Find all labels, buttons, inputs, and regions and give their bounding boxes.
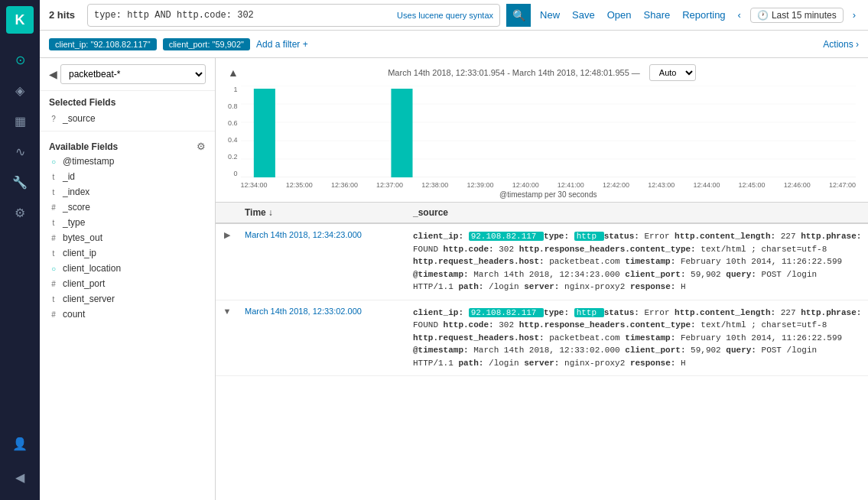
field-name-client-server: client_server — [63, 294, 115, 304]
field-type-location: ○ — [49, 265, 58, 273]
search-bar: Uses lucene query syntax — [87, 4, 500, 27]
x-label-6: 12:40:00 — [512, 181, 539, 189]
chart-bar-2 — [391, 89, 412, 177]
field-id[interactable]: t _id — [40, 169, 215, 184]
row-expand-button-1[interactable]: ▶ — [216, 224, 239, 246]
row-time-2[interactable]: March 14th 2018, 12:33:02.000 — [239, 300, 407, 322]
filter-bar: client_ip: "92.108.82.117" client_port: … — [40, 31, 868, 58]
x-label-0: 12:34:00 — [241, 181, 268, 189]
field-name-bytes: bytes_out — [63, 232, 102, 243]
x-label-9: 12:43:00 — [648, 181, 675, 189]
col-time-header[interactable]: Time ↓ — [239, 203, 407, 222]
row-source-2: client_ip: 92.108.82.117 type: http stat… — [407, 300, 868, 376]
y-label-1: 1 — [234, 86, 238, 93]
field-name-count: count — [63, 309, 85, 320]
x-label-3: 12:37:00 — [376, 181, 403, 189]
field-name-id: _id — [63, 171, 75, 182]
body-area: ◀ packetbeat-* Selected Fields ? _source… — [40, 58, 868, 500]
dashboard-nav-icon[interactable]: ▦ — [6, 107, 34, 135]
chart-interval-select[interactable]: Auto — [649, 64, 696, 81]
save-button[interactable]: Save — [569, 8, 598, 22]
field-type-client-ip: t — [49, 249, 58, 258]
y-label-06: 0.6 — [228, 119, 238, 127]
x-label-11: 12:45:00 — [739, 181, 766, 189]
row-time-1[interactable]: March 14th 2018, 12:34:23.000 — [239, 224, 407, 245]
selected-fields-title: Selected Fields — [40, 91, 215, 111]
prev-time-button[interactable]: ‹ — [735, 8, 744, 22]
field-type-source: ? — [49, 115, 58, 123]
add-filter-button[interactable]: Add a filter + — [256, 39, 308, 50]
time-label: Last 15 minutes — [772, 10, 837, 21]
user-icon[interactable]: 👤 — [6, 430, 34, 457]
sort-icon: ↓ — [268, 207, 273, 218]
chart-y-axis: 1 0.8 0.6 0.4 0.2 0 — [228, 86, 241, 177]
top-actions: New Save Open Share Reporting ‹ 🕐 Last 1… — [537, 8, 859, 23]
field-name-timestamp: @timestamp — [63, 156, 115, 167]
new-button[interactable]: New — [537, 8, 563, 22]
y-label-08: 0.8 — [228, 102, 238, 110]
field-client-port[interactable]: # client_port — [40, 276, 215, 291]
selected-field-source[interactable]: ? _source — [40, 111, 215, 126]
tools-nav-icon[interactable]: 🔧 — [6, 168, 34, 196]
y-label-02: 0.2 — [228, 153, 238, 161]
settings-nav-icon[interactable]: ⚙ — [6, 199, 34, 226]
field-count[interactable]: # count — [40, 307, 215, 322]
time-picker[interactable]: 🕐 Last 15 minutes — [750, 8, 844, 23]
table-header: Time ↓ _source — [216, 203, 868, 224]
x-label-2: 12:36:00 — [331, 181, 358, 189]
table-row: ▼ March 14th 2018, 12:33:02.000 client_i… — [216, 300, 868, 377]
sidebar-collapse-button[interactable]: ◀ — [49, 68, 57, 80]
index-select[interactable]: packetbeat-* — [60, 64, 206, 84]
top-bar: 2 hits Uses lucene query syntax 🔍 New Sa… — [40, 0, 868, 31]
hits-count: 2 hits — [49, 9, 75, 21]
field-timestamp[interactable]: ○ @timestamp — [40, 154, 215, 169]
visualize-nav-icon[interactable]: ◈ — [6, 76, 34, 104]
filter-tag-client-port[interactable]: client_port: "59,902" — [163, 38, 250, 50]
table-area: Time ↓ _source ▶ March 14th 2018, 12:34:… — [216, 203, 868, 500]
field-client-ip[interactable]: t client_ip — [40, 245, 215, 261]
open-button[interactable]: Open — [604, 8, 635, 22]
row-expand-button-2[interactable]: ▼ — [216, 300, 239, 322]
app-logo[interactable]: K — [6, 6, 34, 34]
lucene-hint[interactable]: Uses lucene query syntax — [391, 11, 499, 20]
actions-button[interactable]: Actions › — [823, 39, 859, 50]
field-name-source: _source — [63, 113, 96, 124]
field-name-index: _index — [63, 187, 89, 197]
field-client-server[interactable]: t client_server — [40, 291, 215, 307]
field-score[interactable]: # _score — [40, 200, 215, 215]
chart-collapse-button[interactable]: ▲ — [228, 67, 239, 79]
filter-tag-client-ip[interactable]: client_ip: "92.108.82.117" — [49, 38, 157, 50]
fields-settings-icon[interactable]: ⚙ — [197, 141, 206, 152]
next-time-button[interactable]: › — [850, 8, 859, 22]
field-name-location: client_location — [63, 263, 121, 274]
search-button[interactable]: 🔍 — [506, 4, 531, 27]
field-type-id: t — [49, 173, 58, 181]
chart-header: ▲ March 14th 2018, 12:33:01.954 - March … — [228, 64, 856, 81]
collapse-nav-icon[interactable]: ◀ — [6, 463, 34, 491]
field-type[interactable]: t _type — [40, 215, 215, 230]
field-type-type: t — [49, 219, 58, 227]
chart-svg — [241, 86, 856, 177]
x-label-12: 12:46:00 — [784, 181, 811, 189]
x-label-10: 12:44:00 — [693, 181, 720, 189]
discover-nav-icon[interactable]: ⊙ — [6, 46, 34, 73]
timelion-nav-icon[interactable]: ∿ — [6, 138, 34, 165]
search-input[interactable] — [88, 10, 391, 21]
reporting-button[interactable]: Reporting — [679, 8, 728, 22]
chart-x-axis-label: @timestamp per 30 seconds — [241, 190, 856, 199]
x-label-5: 12:39:00 — [467, 181, 493, 189]
main-content: 2 hits Uses lucene query syntax 🔍 New Sa… — [40, 0, 868, 500]
row-source-1: client_ip: 92.108.82.117 type: http stat… — [407, 224, 868, 300]
clock-icon: 🕐 — [757, 10, 769, 21]
field-type-timestamp: ○ — [49, 157, 58, 166]
chart-x-labels: 12:34:00 12:35:00 12:36:00 12:37:00 12:3… — [241, 180, 856, 189]
index-row: ◀ packetbeat-* — [40, 58, 215, 91]
field-client-location[interactable]: ○ client_location — [40, 261, 215, 276]
field-index[interactable]: t _index — [40, 184, 215, 200]
field-type-bytes: # — [49, 234, 58, 242]
field-bytes-out[interactable]: # bytes_out — [40, 230, 215, 245]
chart-area: ▲ March 14th 2018, 12:33:01.954 - March … — [216, 58, 868, 203]
x-label-7: 12:41:00 — [558, 181, 584, 189]
share-button[interactable]: Share — [641, 8, 674, 22]
field-name-score: _score — [63, 202, 90, 213]
